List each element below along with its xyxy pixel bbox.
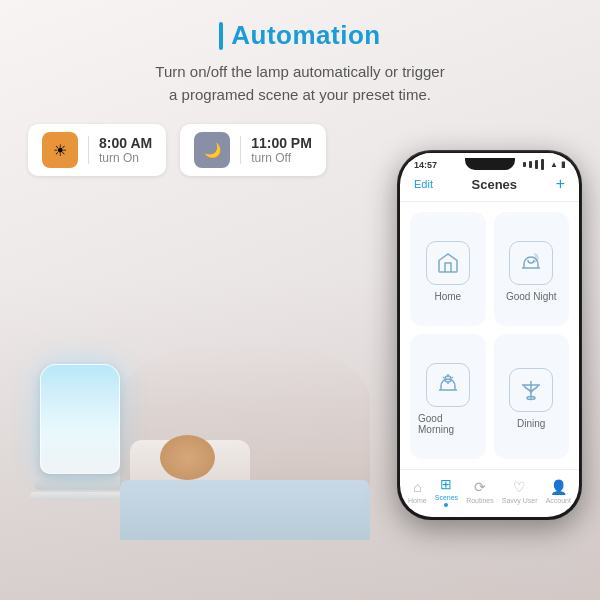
schedule-row: ☀ 8:00 AM turn On 🌙 11:00 PM turn Off <box>0 124 326 176</box>
svg-line-3 <box>452 377 453 378</box>
card-divider-2 <box>240 136 241 164</box>
nav-account[interactable]: 👤 Account <box>546 479 571 504</box>
good-morning-scene-icon <box>426 363 470 407</box>
add-scene-button[interactable]: + <box>556 175 565 193</box>
signal-4 <box>541 159 544 170</box>
phone-screen: 14:57 ▲ ▮ E <box>400 153 579 517</box>
status-icons: ▲ ▮ <box>523 159 565 170</box>
phone-outer: 14:57 ▲ ▮ E <box>397 150 582 520</box>
good-night-scene-label: Good Night <box>506 291 557 302</box>
home-scene-icon <box>426 241 470 285</box>
home-svg-icon <box>436 251 460 275</box>
good-morning-scene-label: Good Morning <box>418 413 478 435</box>
scene-home[interactable]: Home <box>410 212 486 326</box>
title-row: Automation <box>219 20 380 51</box>
battery-icon: ▮ <box>561 160 565 169</box>
lamp-base <box>35 476 125 490</box>
title-accent-bar <box>219 22 223 50</box>
phone-header: Edit Scenes + <box>400 171 579 202</box>
scenes-grid: Home Good Night <box>400 202 579 469</box>
signal-3 <box>535 160 538 169</box>
bedroom-background <box>120 340 370 540</box>
nav-account-label: Account <box>546 497 571 504</box>
nav-active-dot <box>444 503 448 507</box>
lamp-surface <box>30 492 130 500</box>
phone-top: 14:57 ▲ ▮ <box>400 153 579 171</box>
nav-scenes-icon: ⊞ <box>440 476 452 492</box>
nav-savvy-icon: ♡ <box>513 479 526 495</box>
nav-home-icon: ⌂ <box>413 479 421 495</box>
phone: 14:57 ▲ ▮ E <box>397 150 582 520</box>
page-title: Automation <box>231 20 380 51</box>
nav-routines-label: Routines <box>466 497 494 504</box>
nav-savvy[interactable]: ♡ Savvy User <box>502 479 538 504</box>
blanket <box>120 480 370 540</box>
dining-scene-label: Dining <box>517 418 545 429</box>
lamp-body <box>40 364 120 474</box>
phone-bottom-nav: ⌂ Home ⊞ Scenes ⟳ Routines <box>400 469 579 517</box>
nav-home-label: Home <box>408 497 427 504</box>
dining-svg-icon <box>519 378 543 402</box>
nav-routines[interactable]: ⟳ Routines <box>466 479 494 504</box>
morning-action: turn On <box>99 151 152 165</box>
nav-home[interactable]: ⌂ Home <box>408 479 427 504</box>
night-schedule-card[interactable]: 🌙 11:00 PM turn Off <box>180 124 326 176</box>
night-action: turn Off <box>251 151 312 165</box>
scene-good-night[interactable]: Good Night <box>494 212 570 326</box>
home-scene-label: Home <box>434 291 461 302</box>
nav-routines-icon: ⟳ <box>474 479 486 495</box>
good-night-scene-icon <box>509 241 553 285</box>
phone-notch <box>465 158 515 170</box>
night-time: 11:00 PM <box>251 135 312 151</box>
nav-account-icon: 👤 <box>550 479 567 495</box>
moon-bed-svg-icon <box>519 251 543 275</box>
morning-icon: ☀ <box>42 132 78 168</box>
nav-savvy-label: Savvy User <box>502 497 538 504</box>
signal-2 <box>529 161 532 168</box>
night-icon: 🌙 <box>194 132 230 168</box>
night-info: 11:00 PM turn Off <box>251 135 312 165</box>
person-head <box>160 435 215 480</box>
nav-scenes[interactable]: ⊞ Scenes <box>435 476 458 507</box>
status-time: 14:57 <box>414 160 437 170</box>
edit-button[interactable]: Edit <box>414 178 433 190</box>
signal-1 <box>523 162 526 167</box>
sun-bed-svg-icon <box>436 373 460 397</box>
morning-info: 8:00 AM turn On <box>99 135 152 165</box>
morning-schedule-card[interactable]: ☀ 8:00 AM turn On <box>28 124 166 176</box>
subtitle: Turn on/off the lamp automatically or tr… <box>155 61 444 106</box>
card-divider <box>88 136 89 164</box>
scene-dining[interactable]: Dining <box>494 334 570 459</box>
main-content: Automation Turn on/off the lamp automati… <box>0 0 600 540</box>
wifi-icon: ▲ <box>550 160 558 169</box>
nav-scenes-label: Scenes <box>435 494 458 501</box>
bottom-section: 14:57 ▲ ▮ E <box>0 200 600 540</box>
morning-time: 8:00 AM <box>99 135 152 151</box>
scenes-title: Scenes <box>472 177 518 192</box>
dining-scene-icon <box>509 368 553 412</box>
scene-good-morning[interactable]: Good Morning <box>410 334 486 459</box>
lamp <box>30 364 130 500</box>
svg-line-4 <box>443 377 444 378</box>
